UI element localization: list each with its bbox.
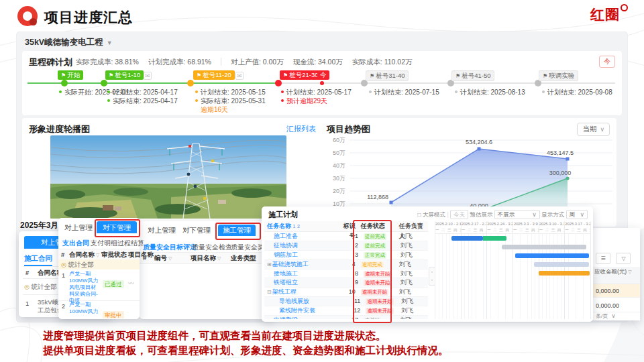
- gantt-bar[interactable]: [502, 245, 586, 249]
- svg-text:30万: 30万: [333, 175, 345, 182]
- flag-icon: ⚑: [370, 73, 374, 79]
- task-row[interactable]: 钢筋加工3正常完成刘飞: [264, 251, 428, 260]
- progress-photo[interactable]: [50, 135, 286, 219]
- table-row[interactable]: 1 卢龙一期100MW风力风电项目材料采购合同-电缆 已通过 〰: [58, 269, 140, 301]
- gantt-task-table: 任务名称 1 2 标识号 任务状态 任务负责人 施工准备1提前完成刘飞 征地协调…: [264, 221, 428, 319]
- stat-icon: ◎: [61, 261, 66, 268]
- tab-duixia[interactable]: 对下管理: [181, 225, 212, 236]
- row-number: 1: [62, 272, 65, 279]
- mail-icon[interactable]: ✉: [235, 72, 244, 80]
- filter-icon[interactable]: ▽: [616, 253, 631, 264]
- milestone-tag: ⚑桩号41-50: [451, 70, 494, 81]
- status-badge: 已通过: [103, 280, 124, 288]
- gantt-bar[interactable]: [483, 236, 506, 241]
- gantt-bar[interactable]: [539, 271, 589, 276]
- status-badge: 逾期未开始: [364, 271, 392, 278]
- svg-text:20万: 20万: [333, 188, 345, 194]
- subtab-payment-detail[interactable]: 支付明细: [91, 239, 117, 248]
- report-list-link[interactable]: 汇报列表: [286, 124, 316, 134]
- task-row[interactable]: 接地施工8逾期未开始刘飞: [264, 269, 428, 279]
- trend-title: 项目趋势图: [327, 123, 370, 135]
- task-row[interactable]: 铁塔组立9逾期未开始刘飞: [264, 278, 428, 288]
- tab-duishang[interactable]: 对上管理: [62, 221, 95, 233]
- milestone-tag: ⚑联调实验: [539, 70, 578, 81]
- project-selector[interactable]: 35kV峨德输变电工程▼: [25, 37, 113, 48]
- subtab-quality-check[interactable]: 质量安全检查: [192, 243, 232, 252]
- table-row-stat[interactable]: ◎统计全部: [24, 283, 57, 292]
- milestone-stats: 实际完成率: 38.81%计划完成率: 68.91%对上产值: 0.00万现金流…: [76, 58, 421, 67]
- subtab-process-settle[interactable]: 过程结算: [117, 239, 144, 248]
- status-badge: 审批中: [103, 311, 124, 318]
- company-logo-dot-icon: [30, 18, 37, 25]
- carousel-title: 形象进度轮播图: [29, 123, 90, 135]
- status-badge: 逾期未开始: [366, 308, 394, 314]
- task-row[interactable]: 电缆敷设13未开始刘飞: [264, 316, 428, 319]
- filter-icon[interactable]: ▽: [628, 269, 631, 274]
- today-dot: [320, 81, 324, 85]
- filter-icon[interactable]: ▽: [96, 253, 99, 257]
- page-size-select[interactable]: 条/页∨: [596, 312, 616, 320]
- gantt-bar[interactable]: [515, 253, 588, 258]
- list-icon[interactable]: ☰: [596, 253, 610, 264]
- sort-badge[interactable]: 1: [293, 224, 296, 229]
- milestone-panel: 里程碑计划 实际完成率: 38.81%计划完成率: 68.91%对上产值: 0.…: [22, 51, 622, 115]
- chevron-down-icon: ▼: [107, 40, 113, 46]
- collapse-icon[interactable]: ⊟: [267, 289, 272, 295]
- sort-badge[interactable]: 2: [297, 224, 300, 229]
- window-finance-panel: ☰ ▽ 应收金额(元)▽ 0,000.00 0,000.00 条/页∨: [592, 228, 640, 320]
- mail-icon[interactable]: ✉: [144, 72, 152, 80]
- milestone-title: 里程碑计划: [29, 56, 72, 68]
- expand-icon[interactable]: ⊞: [267, 261, 272, 267]
- slide-caption: 进度管理提供首页项目进度组件，可直观查看当前在建项目进度进展状态。 提供单项目进…: [43, 328, 620, 358]
- slide: { "slide": { "title": "项目进度汇总", "brand":…: [0, 0, 644, 362]
- row-number: 2: [62, 303, 65, 310]
- filter-icon[interactable]: ▽: [168, 256, 172, 261]
- svg-text:300,000: 300,000: [549, 170, 572, 176]
- status-badge: 逾期未开始: [364, 280, 392, 286]
- page-title: 项目进度汇总: [44, 8, 133, 27]
- chevron-down-icon: ∨: [580, 211, 584, 218]
- flag-icon: ⚑: [455, 73, 460, 79]
- table-row[interactable]: 2 卢龙一期100MW风力 审批中: [58, 300, 140, 318]
- finance-cell: 0,000.00: [592, 299, 640, 312]
- contract-name-link[interactable]: 卢龙一期100MW风力: [69, 302, 100, 315]
- window-construction-plan: 施工计划 □ 大屏模式 | 今天 预估展示 不展示∨ 显示方式 周 ∨ 任务名称…: [262, 206, 593, 322]
- tab-duixia-active[interactable]: 对下管理: [97, 221, 137, 233]
- contract-name-link[interactable]: 卢龙一期100MW风力风电项目材料采购合同-电缆: [69, 271, 100, 304]
- tab-duishang[interactable]: 对上管理: [146, 225, 177, 236]
- stat-icon: ◎: [24, 284, 30, 290]
- chevron-down-icon: ∨: [600, 126, 604, 133]
- today-button[interactable]: 今天: [450, 210, 468, 219]
- gantt-bar[interactable]: [451, 236, 482, 241]
- task-row[interactable]: 施工准备1提前完成刘飞: [264, 232, 428, 241]
- milestone-node: [101, 80, 107, 86]
- task-row[interactable]: ⊟架线工程10逾期未开始刘飞: [264, 288, 428, 297]
- gantt-toolbar: □ 大屏模式 | 今天 预估展示 不展示∨ 显示方式 周 ∨: [418, 210, 588, 219]
- task-row[interactable]: ⊞基础浇筑施工4逾期完成刘飞: [264, 260, 428, 269]
- milestone-tag: ⚑开始: [58, 70, 83, 80]
- display-mode-select[interactable]: 周 ∨: [566, 210, 588, 219]
- fullscreen-checkbox[interactable]: □ 大屏模式: [418, 211, 446, 218]
- task-row[interactable]: 紧线附件安装12逾期未开始刘飞: [264, 306, 428, 316]
- table-row-stat[interactable]: ◎统计全部: [58, 259, 140, 269]
- gantt-bar[interactable]: [534, 262, 588, 267]
- brand-text: 红圈: [590, 7, 620, 22]
- gantt-title: 施工计划: [268, 210, 298, 220]
- milestone-node: [61, 80, 68, 86]
- chevron-down-icon: ∨: [532, 210, 537, 219]
- forecast-select[interactable]: 不展示∨: [494, 210, 540, 219]
- flag-icon: ⚑: [109, 72, 113, 78]
- chevron-down-icon: ∨: [611, 312, 616, 319]
- flag-icon: ⚑: [61, 72, 66, 78]
- period-select[interactable]: 当期∨: [577, 123, 610, 136]
- caption-line-2: 提供单项目进度看板，可查看里程碑计划、形象进度、资金趋势图和施工计划执行情况。: [43, 343, 620, 358]
- status-badge: 未开始: [364, 317, 382, 319]
- milestone-tag: ⚑桩号1-10: [105, 70, 144, 80]
- task-row[interactable]: 征地协调2提前完成刘飞: [264, 241, 428, 251]
- tab-shigong-active[interactable]: 施工管理: [218, 225, 256, 236]
- filter-icon[interactable]: ▽: [217, 256, 221, 261]
- subtab-construction-contract[interactable]: 施工合同: [24, 254, 52, 266]
- status-badge: 正常完成: [364, 252, 386, 259]
- today-button[interactable]: 今: [599, 56, 615, 68]
- task-row[interactable]: 导地线展放11逾期未开始刘飞: [264, 297, 428, 306]
